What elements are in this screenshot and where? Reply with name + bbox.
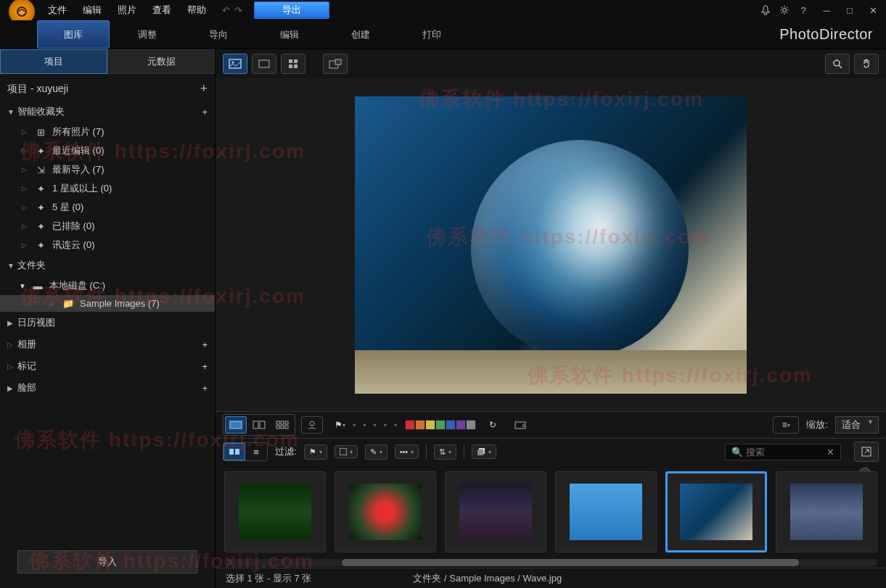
search-input[interactable] xyxy=(746,447,826,457)
thumbnail-strip[interactable]: 360 xyxy=(216,465,886,559)
filter-more-button[interactable]: •••▾ xyxy=(395,444,419,459)
view-loupe-button[interactable] xyxy=(223,54,247,74)
compare-button[interactable] xyxy=(509,416,531,434)
maximize-icon[interactable]: □ xyxy=(841,1,858,19)
layout-split-button[interactable] xyxy=(248,416,270,434)
menu-photo[interactable]: 照片 xyxy=(110,1,144,20)
zoom-select[interactable]: 适合 xyxy=(835,416,879,434)
tree-item-cloud[interactable]: ▷✦讯连云 (0) xyxy=(0,236,215,254)
search-box[interactable]: 🔍 ✕ xyxy=(725,444,841,460)
section-albums[interactable]: ▷相册+ xyxy=(0,334,215,355)
star-rating[interactable]: • • • • • xyxy=(353,420,399,431)
fullscreen-button[interactable] xyxy=(854,442,879,462)
filter-flag-button[interactable]: ⚑▾ xyxy=(304,444,327,460)
export-button[interactable]: 导出 xyxy=(254,1,329,19)
zoom-tool-icon[interactable] xyxy=(825,54,850,74)
flag-button[interactable]: ⚑▾ xyxy=(329,416,350,434)
tree-item-five-star[interactable]: ▷✦5 星 (0) xyxy=(0,198,215,217)
color-swatch[interactable] xyxy=(415,420,425,430)
sort-order-button[interactable]: ⇅▾ xyxy=(434,444,456,460)
svg-rect-14 xyxy=(253,421,258,428)
filter-edit-button[interactable]: ✎▾ xyxy=(365,444,387,460)
thumb-view-button[interactable] xyxy=(223,443,245,460)
svg-rect-10 xyxy=(335,59,341,65)
tree-item-recent-edit[interactable]: ▷✦最近编辑 (0) xyxy=(0,141,215,160)
clear-search-icon[interactable]: ✕ xyxy=(826,447,834,457)
sidebar-tab-project[interactable]: 项目 xyxy=(0,49,107,74)
stack-button[interactable]: ▾ xyxy=(472,444,496,459)
layout-multi-button[interactable] xyxy=(271,416,293,434)
add-smart-icon[interactable]: + xyxy=(202,107,208,117)
redo-icon[interactable]: ↷ xyxy=(234,5,242,16)
hand-tool-icon[interactable] xyxy=(854,54,879,74)
view-grid-button[interactable] xyxy=(281,54,305,74)
tree-item-recent-import[interactable]: ▷⇲最新导入 (7) xyxy=(0,160,215,179)
tree-item-sample-images[interactable]: ▷📁Sample Images (7) xyxy=(0,295,215,312)
add-face-icon[interactable]: + xyxy=(202,383,208,394)
thumbnail[interactable] xyxy=(776,471,877,552)
top-tabs: 图库 调整 导向 编辑 创建 打印 PhotoDirector xyxy=(0,20,886,49)
sidebar-tab-metadata[interactable]: 元数据 xyxy=(107,49,215,74)
close-icon[interactable]: ✕ xyxy=(864,1,882,19)
svg-rect-21 xyxy=(285,426,288,428)
thumbnail-selected[interactable] xyxy=(665,471,767,552)
menu-edit[interactable]: 编辑 xyxy=(75,1,109,20)
sort-button[interactable]: ≡▾ xyxy=(773,416,799,434)
tree-item-one-star[interactable]: ▷✦1 星或以上 (0) xyxy=(0,179,215,198)
import-button[interactable]: 导入 xyxy=(17,550,197,573)
rotate-button[interactable]: ↻ xyxy=(482,416,504,434)
help-icon[interactable]: ? xyxy=(795,1,812,19)
tree-item-excluded[interactable]: ▷✦已排除 (0) xyxy=(0,217,215,236)
section-smart-collections[interactable]: ▼智能收藏夹 + xyxy=(0,101,215,123)
color-swatch[interactable] xyxy=(466,420,476,430)
list-view-button[interactable]: ≡ xyxy=(245,443,267,460)
svg-rect-7 xyxy=(289,65,292,68)
svg-rect-19 xyxy=(276,426,279,428)
view-single-button[interactable] xyxy=(252,54,276,74)
menu-file[interactable]: 文件 xyxy=(41,1,74,20)
add-tag-icon[interactable]: + xyxy=(202,361,208,372)
star-icon: ✦ xyxy=(35,202,46,213)
canvas[interactable]: 佛系软件 https://foxirj.com 佛系软件 https://fox… xyxy=(216,78,886,411)
star-icon: ✦ xyxy=(35,183,46,194)
tab-edit[interactable]: 编辑 xyxy=(254,20,325,49)
face-tag-button[interactable] xyxy=(301,416,323,434)
tab-create[interactable]: 创建 xyxy=(325,20,396,49)
color-swatch[interactable] xyxy=(405,420,415,430)
status-selection: 选择 1 张 - 显示 7 张 xyxy=(226,572,311,585)
thumbnail[interactable] xyxy=(335,471,436,552)
tab-guided[interactable]: 导向 xyxy=(183,20,254,49)
menu-view[interactable]: 查看 xyxy=(145,1,179,20)
tree-item-all-photos[interactable]: ▷⊞所有照片 (7) xyxy=(0,123,215,141)
layout-single-button[interactable] xyxy=(225,416,247,434)
minimize-icon[interactable]: ─ xyxy=(818,1,835,19)
color-swatch[interactable] xyxy=(435,420,446,430)
mid-toolbar: ⚑▾ • • • • • ↻ ≡▾ 缩放: 适合 xyxy=(216,411,886,439)
thumbnail[interactable] xyxy=(224,471,326,552)
tree-item-disk[interactable]: ▼▬本地磁盘 (C:) xyxy=(0,276,215,295)
section-folders[interactable]: ▼文件夹 xyxy=(0,254,215,276)
svg-point-3 xyxy=(232,62,234,64)
color-swatch[interactable] xyxy=(425,420,435,430)
svg-point-11 xyxy=(834,60,840,66)
filter-label-button[interactable]: ▾ xyxy=(335,445,358,458)
notification-icon[interactable] xyxy=(757,1,774,19)
add-project-icon[interactable]: + xyxy=(200,81,208,96)
undo-icon[interactable]: ↶ xyxy=(222,5,230,16)
menu-help[interactable]: 帮助 xyxy=(180,1,213,20)
color-swatch[interactable] xyxy=(446,420,456,430)
horizontal-scrollbar[interactable] xyxy=(224,559,877,566)
section-tags[interactable]: ▷标记+ xyxy=(0,355,215,377)
add-album-icon[interactable]: + xyxy=(202,339,208,350)
section-faces[interactable]: ▶脸部+ xyxy=(0,377,215,399)
section-calendar[interactable]: ▶日历视图 xyxy=(0,312,215,334)
settings-icon[interactable] xyxy=(776,1,793,19)
search-icon: 🔍 xyxy=(731,447,743,457)
thumbnail[interactable] xyxy=(445,471,546,552)
tab-print[interactable]: 打印 xyxy=(396,20,467,49)
color-swatch[interactable] xyxy=(456,420,466,430)
thumbnail[interactable] xyxy=(555,471,657,552)
tab-library[interactable]: 图库 xyxy=(37,20,110,49)
view-secondary-button[interactable] xyxy=(323,54,348,74)
tab-adjust[interactable]: 调整 xyxy=(112,20,183,49)
